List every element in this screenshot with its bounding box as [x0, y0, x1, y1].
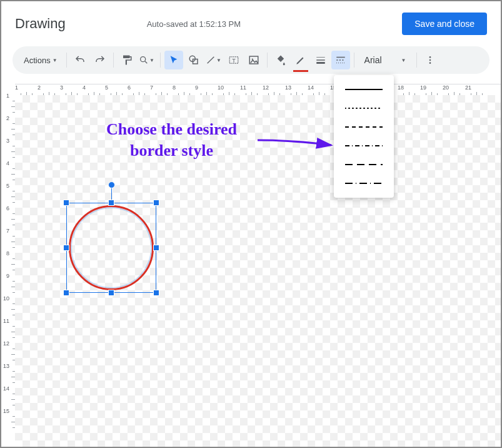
- select-tool[interactable]: [164, 51, 183, 69]
- header: Drawing Auto-saved at 1:52:13 PM Save an…: [1, 1, 501, 46]
- svg-text:T: T: [232, 58, 236, 64]
- resize-handle-bl[interactable]: [63, 290, 69, 296]
- shape-tool[interactable]: [184, 51, 203, 69]
- autosave-status: Auto-saved at 1:52:13 PM: [147, 19, 241, 29]
- vertical-ruler: 123456789101112131415: [1, 95, 15, 447]
- workspace: 123456789101112131415161718192021 123456…: [1, 84, 501, 447]
- selected-shape[interactable]: [66, 203, 156, 293]
- resize-handle-tm[interactable]: [108, 200, 114, 206]
- dash-option-solid[interactable]: [334, 80, 394, 99]
- dash-option-dashed-long[interactable]: [334, 155, 394, 174]
- save-and-close-button[interactable]: Save and close: [402, 13, 487, 35]
- rotate-handle[interactable]: [108, 181, 115, 188]
- caret-down-icon: ▼: [216, 58, 221, 63]
- svg-point-16: [429, 59, 431, 61]
- dash-option-long-dash-dot[interactable]: [334, 174, 394, 193]
- dash-option-dotted[interactable]: [334, 99, 394, 118]
- line-tool[interactable]: ▼: [204, 51, 223, 69]
- svg-line-4: [208, 57, 214, 64]
- svg-point-17: [429, 62, 431, 64]
- caret-down-icon: ▼: [53, 58, 58, 63]
- border-dash-button[interactable]: [331, 51, 350, 69]
- dash-option-dash-dot[interactable]: [334, 136, 394, 155]
- redo-button[interactable]: [91, 51, 109, 69]
- resize-handle-tr[interactable]: [153, 200, 159, 206]
- fill-color-button[interactable]: [271, 51, 290, 69]
- svg-point-15: [429, 56, 431, 58]
- svg-line-1: [145, 61, 147, 63]
- resize-handle-tl[interactable]: [63, 200, 69, 206]
- paint-format-button[interactable]: [118, 51, 136, 69]
- toolbar: Actions▼ ▼ ▼ T Arial ▼: [13, 46, 489, 74]
- textbox-tool[interactable]: T: [224, 51, 243, 69]
- border-color-button[interactable]: [291, 51, 310, 69]
- resize-handle-bm[interactable]: [108, 290, 114, 296]
- undo-button[interactable]: [71, 51, 89, 69]
- more-options-button[interactable]: [421, 51, 439, 69]
- caret-down-icon: ▼: [149, 58, 154, 63]
- dash-option-dashed-short[interactable]: [334, 118, 394, 136]
- image-tool[interactable]: [244, 51, 263, 69]
- dialog-title: Drawing: [15, 16, 66, 32]
- resize-handle-mr[interactable]: [153, 245, 159, 251]
- zoom-button[interactable]: ▼: [138, 51, 156, 69]
- resize-handle-ml[interactable]: [63, 245, 69, 251]
- border-weight-button[interactable]: [311, 51, 330, 69]
- drawing-dialog: Drawing Auto-saved at 1:52:13 PM Save an…: [0, 0, 502, 448]
- border-dash-dropdown: [334, 75, 394, 198]
- actions-menu[interactable]: Actions▼: [19, 56, 63, 65]
- selection-outline: [66, 203, 156, 293]
- svg-point-0: [141, 57, 146, 62]
- font-picker[interactable]: Arial ▼: [358, 55, 413, 65]
- annotation-text: Choose the desired border style: [106, 119, 237, 161]
- caret-down-icon: ▼: [401, 58, 406, 63]
- horizontal-ruler: 123456789101112131415161718192021: [15, 84, 501, 96]
- resize-handle-br[interactable]: [153, 290, 159, 296]
